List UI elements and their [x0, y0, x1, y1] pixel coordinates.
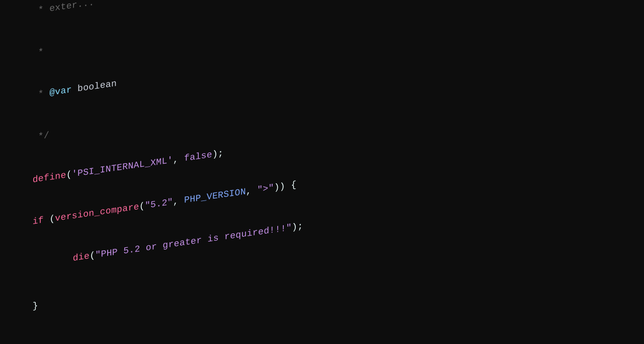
code-editor: * exter... * * @var boolean */ define('P…: [0, 0, 644, 339]
line-11: properly.");: [10, 327, 634, 339]
